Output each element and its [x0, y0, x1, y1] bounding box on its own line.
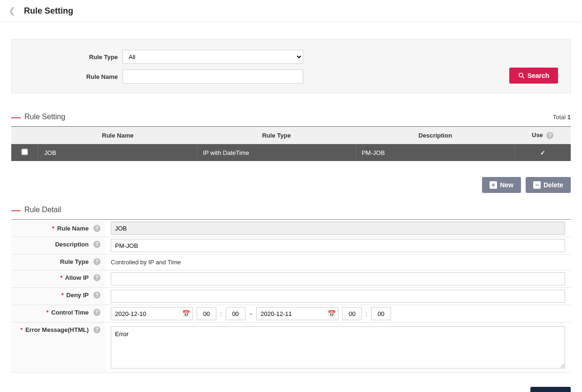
- rule-type-row: Rule Type All: [24, 50, 303, 64]
- denyip-field[interactable]: [111, 290, 565, 303]
- start-min-field[interactable]: [226, 307, 245, 320]
- rule-list-head: — Rule Setting Total 1: [11, 112, 571, 122]
- collapse-icon[interactable]: —: [11, 112, 21, 122]
- rule-detail-head: — Rule Detail: [11, 205, 571, 215]
- save-bar: ✔ Save: [11, 387, 571, 392]
- rule-list-title: Rule Setting: [24, 113, 65, 121]
- rule-detail-title: Rule Detail: [24, 206, 61, 214]
- detail-row-errormsg: * Error Message(HTML) ?: [11, 323, 571, 373]
- page-title: Rule Setting: [24, 6, 73, 16]
- check-icon: [540, 149, 545, 156]
- detail-row-allowip: * Allow IP ?: [11, 270, 571, 288]
- col-rule-name: Rule Name: [38, 127, 197, 144]
- minus-square-icon: −: [533, 181, 541, 189]
- page-header: ❮ Rule Setting: [0, 0, 582, 22]
- list-action-bar: + New − Delete: [11, 177, 571, 193]
- detail-row-controltime: * Control Time ? 📅 : ~ 📅 :: [11, 305, 571, 323]
- search-icon: [518, 72, 525, 79]
- new-button[interactable]: + New: [482, 177, 521, 193]
- total-text: Total 1: [553, 114, 571, 121]
- help-icon[interactable]: ?: [93, 309, 100, 316]
- cell-use: [515, 144, 571, 161]
- rule-name-input[interactable]: [123, 69, 303, 84]
- col-use: Use ?: [515, 127, 571, 144]
- detail-row-description: Description ?: [11, 237, 571, 254]
- table-row[interactable]: JOB IP with DateTime PM-JOB: [11, 144, 571, 161]
- rule-type-label: Rule Type: [24, 54, 123, 61]
- start-date-field[interactable]: [111, 307, 193, 320]
- rule-table: Rule Name Rule Type Description Use ? JO…: [11, 126, 571, 161]
- rulename-field[interactable]: [111, 222, 565, 235]
- errormsg-field[interactable]: [111, 326, 565, 369]
- detail-form: * Rule Name ? Description ? Rule Type ? …: [11, 219, 571, 373]
- svg-line-1: [522, 77, 524, 78]
- search-fields: Rule Type All Rule Name: [24, 50, 303, 84]
- svg-point-0: [519, 73, 522, 77]
- detail-row-ruletype: Rule Type ? Controlled by IP and Time: [11, 254, 571, 270]
- detail-row-rulename: * Rule Name ?: [11, 220, 571, 237]
- cell-rule-name: JOB: [38, 144, 197, 161]
- rule-name-row: Rule Name: [24, 69, 303, 84]
- cell-description: PM-JOB: [356, 144, 514, 161]
- plus-icon: +: [490, 181, 497, 189]
- rule-name-label: Rule Name: [24, 73, 123, 80]
- delete-button[interactable]: − Delete: [526, 177, 571, 193]
- help-icon[interactable]: ?: [93, 292, 100, 299]
- search-button[interactable]: Search: [509, 68, 558, 84]
- save-button[interactable]: ✔ Save: [530, 387, 571, 392]
- help-icon[interactable]: ?: [546, 132, 553, 139]
- col-description: Description: [356, 127, 514, 144]
- description-field[interactable]: [111, 239, 565, 252]
- help-icon[interactable]: ?: [93, 326, 100, 333]
- detail-row-denyip: * Deny IP ?: [11, 288, 571, 305]
- back-chevron-icon[interactable]: ❮: [8, 6, 15, 16]
- help-icon[interactable]: ?: [93, 241, 100, 248]
- search-panel: Rule Type All Rule Name Search: [11, 39, 571, 93]
- cell-rule-type: IP with DateTime: [197, 144, 356, 161]
- row-checkbox[interactable]: [22, 148, 28, 155]
- col-check: [11, 127, 38, 144]
- rule-type-select[interactable]: All: [123, 50, 303, 64]
- help-icon[interactable]: ?: [93, 274, 100, 281]
- collapse-icon[interactable]: —: [11, 205, 21, 215]
- end-min-field[interactable]: [371, 307, 391, 320]
- help-icon[interactable]: ?: [93, 258, 100, 265]
- allowip-field[interactable]: [111, 272, 565, 285]
- end-date-field[interactable]: [256, 307, 338, 320]
- help-icon[interactable]: ?: [93, 225, 100, 232]
- start-hour-field[interactable]: [197, 307, 216, 320]
- end-hour-field[interactable]: [342, 307, 362, 320]
- col-rule-type: Rule Type: [197, 127, 356, 144]
- ruletype-text: Controlled by IP and Time: [111, 259, 181, 266]
